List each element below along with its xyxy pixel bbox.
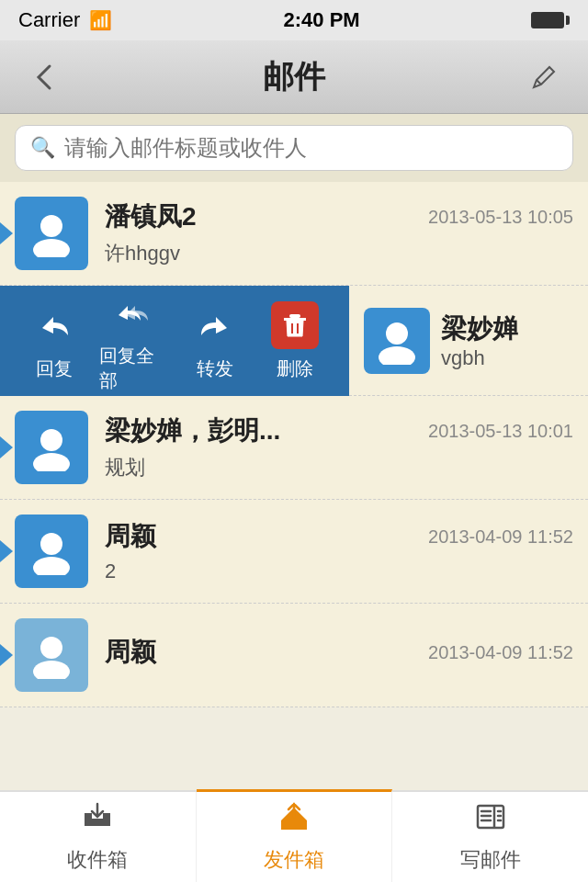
mail-content: 梁妙婵，彭明... 2013-05-13 10:01 规划: [105, 413, 573, 481]
svg-point-0: [40, 215, 62, 237]
compose-label: 写邮件: [460, 846, 521, 874]
delete-label: 删除: [277, 356, 313, 381]
list-item[interactable]: 周颖 2013-04-09 11:52 2: [0, 500, 588, 604]
swipe-mail-item[interactable]: 梁妙婵 vgbh: [349, 286, 588, 396]
svg-rect-3: [289, 314, 300, 318]
mail-date: 2013-04-09 11:52: [428, 642, 573, 663]
swipe-actions: 回复 回复全部 转发: [0, 286, 349, 396]
mail-content: 梁妙婵 vgbh: [441, 311, 518, 370]
list-item[interactable]: 梁妙婵，彭明... 2013-05-13 10:01 规划: [0, 396, 588, 500]
edit-button[interactable]: [522, 55, 566, 99]
svg-point-8: [40, 429, 62, 451]
svg-point-11: [33, 557, 70, 575]
mail-sender: 周颖: [105, 519, 156, 554]
delete-button[interactable]: 删除: [260, 301, 332, 381]
avatar: [364, 308, 430, 374]
svg-point-6: [386, 322, 408, 345]
back-button[interactable]: [22, 55, 66, 99]
status-left: Carrier 📶: [18, 8, 112, 32]
search-icon: 🔍: [30, 136, 55, 160]
mail-content: 潘镇凤2 2013-05-13 10:05 许hhggv: [105, 199, 573, 267]
mail-header: 梁妙婵，彭明... 2013-05-13 10:01: [105, 413, 573, 448]
mail-subject: 许hhggv: [105, 240, 573, 267]
reply-icon: [30, 301, 78, 349]
svg-point-1: [33, 239, 70, 257]
inbox-label: 收件箱: [67, 846, 128, 874]
search-input-wrap[interactable]: 🔍: [15, 125, 573, 171]
inbox-icon: [81, 800, 114, 841]
compose-icon: [474, 800, 507, 841]
page-title: 邮件: [66, 56, 522, 98]
delete-icon: [271, 301, 319, 349]
status-right: [531, 12, 570, 28]
tab-compose[interactable]: 写邮件: [392, 792, 588, 882]
mail-content: 周颖 2013-04-09 11:52 2: [105, 519, 573, 583]
svg-point-13: [33, 661, 70, 679]
mail-sender: 周颖: [105, 635, 156, 670]
mail-header: 周颖 2013-04-09 11:52: [105, 519, 573, 554]
status-time: 2:40 PM: [284, 8, 360, 32]
avatar: [15, 618, 88, 692]
avatar: [15, 411, 88, 484]
mail-date: 2013-04-09 11:52: [428, 526, 573, 548]
tab-bar: 收件箱 发件箱 写邮件: [0, 790, 588, 882]
reply-all-icon: [110, 288, 158, 336]
outbox-icon: [277, 800, 311, 841]
carrier-label: Carrier: [18, 8, 80, 32]
outbox-label: 发件箱: [264, 846, 324, 874]
list-item[interactable]: 周颖 2013-04-09 11:52: [0, 604, 588, 707]
svg-point-7: [379, 346, 415, 365]
mail-subject: 规划: [105, 454, 573, 481]
mail-list: 潘镇凤2 2013-05-13 10:05 许hhggv 回复: [0, 182, 588, 796]
avatar: [15, 514, 88, 588]
tab-inbox[interactable]: 收件箱: [0, 792, 197, 882]
svg-point-10: [40, 533, 62, 555]
mail-date: 2013-05-13 10:05: [428, 207, 573, 228]
tab-outbox[interactable]: 发件箱: [197, 789, 393, 882]
nav-bar: 邮件: [0, 40, 588, 114]
forward-icon: [191, 301, 239, 349]
mail-date: 2013-05-13 10:01: [428, 421, 573, 442]
forward-label: 转发: [197, 356, 233, 381]
avatar: [15, 197, 88, 270]
mail-content: 周颖 2013-04-09 11:52: [105, 635, 573, 675]
search-bar: 🔍: [0, 114, 588, 182]
mail-header: 周颖 2013-04-09 11:52: [105, 635, 573, 670]
reply-button[interactable]: 回复: [18, 301, 90, 381]
reply-all-button[interactable]: 回复全部: [99, 288, 171, 393]
mail-subject: vgbh: [441, 346, 518, 370]
reply-label: 回复: [36, 356, 73, 381]
reply-all-label: 回复全部: [99, 344, 171, 393]
list-item[interactable]: 潘镇凤2 2013-05-13 10:05 许hhggv: [0, 182, 588, 286]
wifi-icon: 📶: [89, 9, 112, 31]
battery-icon: [531, 12, 570, 28]
swipe-row: 回复 回复全部 转发: [0, 286, 588, 396]
unread-indicator: [0, 222, 13, 244]
status-bar: Carrier 📶 2:40 PM: [0, 0, 588, 40]
mail-header: 潘镇凤2 2013-05-13 10:05: [105, 199, 573, 234]
mail-sender: 梁妙婵，彭明...: [105, 413, 280, 448]
search-input[interactable]: [64, 135, 558, 161]
svg-point-9: [33, 453, 70, 471]
unread-indicator: [0, 436, 13, 458]
forward-button[interactable]: 转发: [179, 301, 251, 381]
unread-indicator: [0, 540, 13, 562]
svg-point-12: [40, 637, 62, 659]
mail-subject: 2: [105, 560, 573, 583]
mail-sender: 梁妙婵: [441, 311, 518, 346]
mail-sender: 潘镇凤2: [105, 199, 197, 234]
unread-indicator: [0, 644, 13, 666]
